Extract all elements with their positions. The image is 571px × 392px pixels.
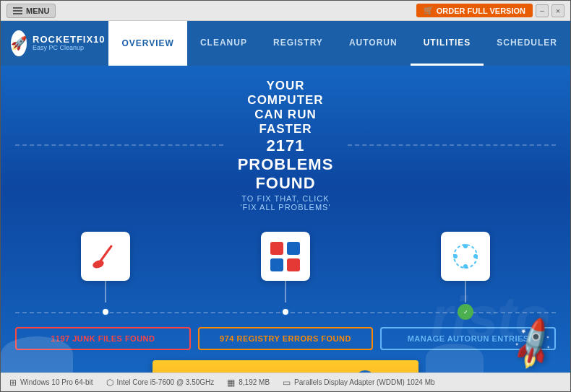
menu-icon — [13, 7, 22, 14]
close-button[interactable]: × — [551, 4, 564, 17]
autorun-icon-col — [376, 232, 556, 302]
registry-icon-box — [261, 232, 310, 281]
menu-button[interactable]: MENU — [7, 4, 56, 18]
cloud-decoration-right — [426, 344, 484, 373]
junk-icon-box — [81, 232, 130, 281]
dot-junk-circle — [101, 308, 110, 316]
registry-info-box[interactable]: 974 REGISTRY ERRORS FOUND — [198, 327, 374, 350]
fix-all-button[interactable]: FIX ALL PROBLEMS! ✓ — [153, 360, 418, 373]
svg-line-2 — [101, 249, 108, 261]
dashes-left — [15, 144, 223, 146]
registry-icon-col — [195, 232, 375, 302]
app-window: MENU 🛒 ORDER FULL VERSION − × 🚀 ROCKETFI… — [0, 0, 571, 392]
registry-grid — [263, 235, 307, 279]
icons-row — [15, 232, 556, 302]
status-display: ▭ Parallels Display Adapter (WDDM) 1024 … — [283, 378, 435, 388]
junk-icon-stem — [105, 281, 106, 302]
status-cpu: ⬡ Intel Core i5-7600 @ 3.50GHz — [106, 378, 215, 388]
minimize-button[interactable]: − — [536, 4, 549, 17]
display-icon: ▭ — [283, 378, 291, 388]
tab-autorun[interactable]: AUTORUN — [336, 21, 411, 66]
junk-icon-col — [15, 232, 195, 302]
order-button[interactable]: 🛒 ORDER FULL VERSION — [416, 4, 533, 17]
tab-utilities[interactable]: UTILITIES — [411, 21, 484, 66]
logo-subtitle: Easy PC Cleanup — [33, 45, 106, 52]
menu-label: MENU — [26, 6, 49, 15]
tab-registry[interactable]: REGISTRY — [260, 21, 336, 66]
statusbar: ⊞ Windows 10 Pro 64-bit ⬡ Intel Core i5-… — [1, 373, 570, 391]
status-cpu-label: Intel Core i5-7600 @ 3.50GHz — [117, 378, 215, 386]
tab-cleanup[interactable]: CLEANUP — [187, 21, 260, 66]
dot-autorun-check: ✓ — [458, 304, 473, 320]
svg-point-5 — [463, 264, 468, 269]
windows-icon: ⊞ — [9, 378, 17, 388]
titlebar: MENU 🛒 ORDER FULL VERSION − × — [1, 1, 570, 21]
autorun-info-label: MANAGE AUTORUN ENTRIES — [408, 334, 529, 343]
junk-info-label: 1197 JUNK FILES FOUND — [51, 334, 155, 343]
dots-row: ✓ — [15, 304, 556, 320]
autorun-icon-svg — [450, 241, 481, 271]
registry-icon-stem — [285, 281, 286, 302]
nav-tabs: OVERVIEW CLEANUP REGISTRY AUTORUN UTILIT… — [108, 21, 570, 66]
headline-count: 2171 PROBLEMS FOUND — [238, 136, 334, 193]
dot-junk — [15, 308, 195, 316]
dot-autorun: ✓ — [376, 304, 556, 320]
status-ram: ▦ 8,192 MB — [227, 378, 270, 388]
svg-point-7 — [473, 254, 478, 258]
status-os: ⊞ Windows 10 Pro 64-bit — [9, 378, 93, 388]
broom-icon — [91, 242, 120, 271]
titlebar-left: MENU — [7, 4, 56, 18]
registry-sq-3 — [270, 258, 283, 271]
svg-point-1 — [91, 259, 104, 270]
registry-sq-2 — [287, 242, 300, 255]
status-ram-label: 8,192 MB — [239, 378, 270, 386]
logo-area: 🚀 ROCKETFIX10 Easy PC Cleanup — [1, 21, 108, 66]
fix-check-icon: ✓ — [355, 370, 375, 373]
status-os-label: Windows 10 Pro 64-bit — [20, 378, 93, 386]
dashes-right — [348, 144, 556, 146]
dot-registry — [195, 308, 375, 316]
main-content: risto YOUR COMPUTER CAN RUN FASTER 2171 … — [1, 66, 570, 373]
autorun-icon-box — [441, 232, 490, 281]
logo-icon: 🚀 — [11, 30, 27, 56]
cpu-icon: ⬡ — [106, 378, 113, 388]
cloud-decoration-left — [1, 336, 73, 373]
svg-point-6 — [453, 254, 458, 258]
tab-overview[interactable]: OVERVIEW — [108, 21, 186, 66]
dot-registry-circle — [281, 308, 290, 316]
cart-icon: 🛒 — [424, 6, 434, 15]
tab-scheduler[interactable]: SCHEDULER — [484, 21, 570, 66]
navbar: 🚀 ROCKETFIX10 Easy PC Cleanup OVERVIEW C… — [1, 21, 570, 66]
status-display-label: Parallels Display Adapter (WDDM) 1024 Mb — [294, 378, 435, 386]
headline: YOUR COMPUTER CAN RUN FASTER 2171 PROBLE… — [223, 79, 348, 212]
registry-sq-1 — [270, 242, 283, 255]
autorun-icon-stem — [465, 281, 466, 302]
registry-info-label: 974 REGISTRY ERRORS FOUND — [220, 334, 351, 343]
info-boxes: 1197 JUNK FILES FOUND 974 REGISTRY ERROR… — [15, 327, 556, 350]
headline-sub: TO FIX THAT, CLICK 'FIX ALL PROBLEMS' — [238, 194, 334, 212]
svg-point-4 — [463, 244, 468, 248]
order-label: ORDER FULL VERSION — [437, 6, 525, 15]
titlebar-controls: 🛒 ORDER FULL VERSION − × — [416, 4, 564, 17]
headline-title: YOUR COMPUTER CAN RUN FASTER — [238, 79, 334, 136]
logo-text: ROCKETFIX10 Easy PC Cleanup — [33, 35, 106, 52]
dashes-row-top: YOUR COMPUTER CAN RUN FASTER 2171 PROBLE… — [15, 79, 556, 212]
logo-title: ROCKETFIX10 — [33, 35, 106, 45]
ram-icon: ▦ — [227, 378, 235, 388]
registry-sq-4 — [287, 258, 300, 271]
